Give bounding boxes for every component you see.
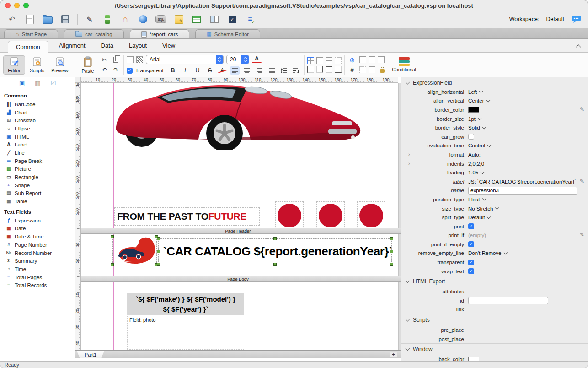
checkbox[interactable]: ✓ [468,223,474,229]
selection-handle[interactable] [273,263,277,266]
fields-tab[interactable]: ▦ [35,80,40,86]
save-button[interactable] [59,13,71,25]
edit-pencil-icon[interactable]: ✎ [580,106,584,113]
car-picture[interactable] [113,82,363,150]
border-top-icon[interactable] [326,66,332,73]
palette-item-summary[interactable]: ΣSummary [0,257,75,265]
border-right-icon[interactable] [316,66,323,73]
strikethrough-button[interactable]: S [205,66,215,75]
border-all-icon[interactable] [307,57,314,64]
editor-button[interactable]: Editor [3,55,25,75]
cell-padding-icon[interactable] [369,66,375,73]
insert-table-icon[interactable] [359,56,366,63]
undo-small-button[interactable]: ↶ [100,66,109,74]
menu-tab-common[interactable]: Common [8,41,48,53]
color-swatch[interactable] [468,107,479,113]
palette-item-sub-report[interactable]: ▤Sub Report [0,189,75,198]
menu-tab-view[interactable]: View [160,39,178,52]
selection-handle[interactable] [390,250,393,253]
property-control[interactable]: Left [468,89,588,95]
copy-button[interactable] [111,56,121,64]
selection-handle[interactable] [273,237,277,240]
sort-button[interactable] [292,66,301,75]
italic-button[interactable]: I [181,66,190,75]
property-control[interactable]: Default [468,215,588,220]
palette-item-html[interactable]: ▣HTML [0,133,75,141]
page-header-band[interactable]: Page Header [75,228,401,234]
snap-target-button[interactable]: ⊕ [347,56,357,64]
font-color-button[interactable]: A [252,56,262,63]
fill-swatch-button[interactable] [127,56,134,63]
property-control[interactable]: 2;0;2;0 [468,161,588,167]
part-tab[interactable]: Part1 [77,351,104,358]
palette-item-page-number[interactable]: #Page Number [0,241,75,249]
property-control[interactable]: ✓ [468,268,588,274]
checklist-tab[interactable]: ☑ [50,80,56,86]
property-control[interactable] [468,107,588,113]
preview-button[interactable]: Preview [49,56,71,74]
menu-tab-layout[interactable]: Layout [126,39,150,52]
selection-handle[interactable] [157,237,160,240]
selection-handle[interactable] [111,263,114,266]
undo-button[interactable]: ↶ [6,13,18,25]
tab-schema-editor[interactable]: ▦Schema Editor [195,29,260,38]
slogan-label[interactable]: FROM THE PAST TO FUTURE [114,207,260,226]
palette-item-record-number[interactable]: №Record Number [0,249,75,257]
palette-item-ellipse[interactable]: ○Ellipse [0,124,75,133]
menu-tab-data[interactable]: Data [98,39,116,52]
home-button[interactable]: ⌂ [119,13,131,25]
task-list-button[interactable]: ≡ [244,13,256,25]
tab-start-page[interactable]: ⌂Start Page [4,29,58,38]
tab-car-catalog[interactable]: car_catalog [64,29,123,38]
edit-pencil-icon[interactable]: ✎ [580,178,584,184]
property-control[interactable] [468,134,588,140]
property-control[interactable]: Float [468,197,588,202]
notes-button[interactable]: ✎ [173,13,185,25]
palette-item-total-records[interactable]: ≡Total Records [0,281,75,289]
palette-item-table[interactable]: ▦Table [0,197,75,206]
selection-handle[interactable] [157,250,160,253]
palette-item-picture[interactable]: ▨Picture [0,165,75,173]
merge-cells-icon[interactable] [369,56,375,63]
line-spacing-button[interactable] [279,66,289,75]
inspector-section-expressionfield[interactable]: ExpressionField [401,78,588,87]
inspector-section-window[interactable]: Window [401,343,588,355]
border-outer-icon[interactable] [316,57,323,64]
align-right-button[interactable] [255,66,264,75]
property-control[interactable]: ✓ [468,223,588,229]
logo-picture[interactable] [112,237,157,265]
palette-item-chart[interactable]: ▟Chart [0,108,75,117]
tab-report-cars[interactable]: *report_cars [130,29,190,38]
body-expression-field[interactable]: `${ $F('make') } ${ $F('model') } ${ $F(… [127,293,244,315]
font-size-select[interactable]: 20 [226,55,249,64]
lock-button[interactable] [378,66,387,74]
transparent-checkbox[interactable]: ✓ [127,68,133,74]
property-control[interactable]: Solid [468,125,588,130]
zoom-button[interactable] [23,3,29,8]
web-button[interactable] [137,13,149,25]
menu-tab-alignment[interactable]: Alignment [56,39,88,52]
palette-item-crosstab[interactable]: ⊞Crosstab [0,116,75,124]
border-bottom-icon[interactable] [335,66,342,73]
expander-icon[interactable]: › [408,152,410,157]
report-canvas[interactable]: 1020304050607080901001101201301401501601… [75,77,401,362]
edit-pencil-icon[interactable]: ✎ [580,232,584,238]
ellipse-shape[interactable] [357,201,385,230]
property-input-name[interactable] [468,187,577,195]
property-control[interactable]: Don't Remove [468,250,588,256]
pen-tool-button[interactable]: ✎ [84,13,96,25]
conditional-button[interactable]: Conditional [393,56,415,73]
align-left-button[interactable] [230,66,240,75]
table-tool-button[interactable] [191,13,203,25]
property-control[interactable] [468,297,588,304]
checkbox[interactable]: ✓ [468,241,474,247]
paste-button[interactable]: Paste [77,55,99,75]
property-input-id[interactable] [468,297,548,304]
property-control[interactable]: JS: `CAR CATALOG ${report.generationYear… [468,179,588,184]
checkbox[interactable]: ✓ [468,268,474,274]
bold-button[interactable]: B [168,66,178,75]
components-tab[interactable]: ▣ [19,80,25,86]
property-control[interactable]: Center [468,98,588,103]
property-control[interactable]: 1.05 [468,170,588,175]
workspace-value[interactable]: Default [546,16,564,22]
